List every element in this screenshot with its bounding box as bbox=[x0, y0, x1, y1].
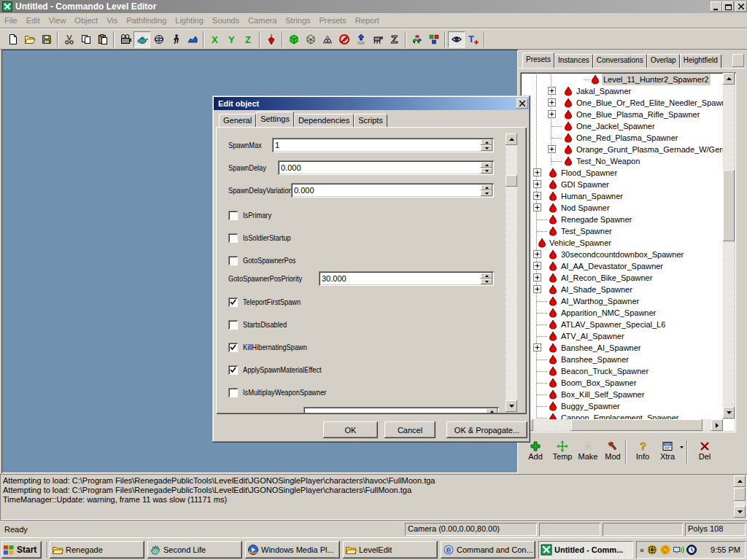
field-teleportfirstspawn-checkbox[interactable] bbox=[228, 298, 238, 307]
field-applyspawnmaterialeffect-checkbox[interactable] bbox=[228, 365, 238, 375]
toolbar-terrain-button[interactable] bbox=[184, 31, 201, 47]
tree-item[interactable]: One_Blue_Or_Red_Elite_Needler_Spawner bbox=[520, 97, 736, 109]
tree-item[interactable]: AI_AA_Devastator_Spawner bbox=[520, 260, 736, 272]
spinner-up-icon[interactable] bbox=[481, 184, 492, 190]
partial-edit[interactable] bbox=[303, 407, 499, 413]
dialog-vthumb[interactable] bbox=[506, 175, 517, 187]
menu-lighting[interactable]: Lighting bbox=[171, 13, 208, 28]
tree-item[interactable]: AI_Shade_Spawner bbox=[520, 284, 736, 295]
xtra-dropdown-icon[interactable] bbox=[680, 446, 684, 448]
field-issoldierstartup-checkbox[interactable] bbox=[228, 233, 238, 243]
field-spinner[interactable] bbox=[481, 162, 492, 174]
start-button[interactable]: Start bbox=[1, 541, 42, 559]
tree-item[interactable]: Boom_Box_Spawner bbox=[520, 377, 736, 389]
field-spawndelay-input[interactable]: 0.000 bbox=[278, 160, 494, 175]
menu-presets[interactable]: Presets bbox=[315, 13, 351, 28]
tree-item[interactable]: AI_Warthog_Spawner bbox=[520, 295, 736, 307]
preset-add-button[interactable]: Add bbox=[522, 439, 549, 465]
spinner-up-icon[interactable] bbox=[481, 162, 492, 168]
tab-heightfield[interactable]: Heightfield bbox=[680, 54, 721, 68]
task-command-and-con-[interactable]: eCommand and Con... bbox=[441, 541, 535, 559]
field-spinner[interactable] bbox=[481, 139, 492, 151]
toolbar-camera-track-button[interactable] bbox=[369, 31, 386, 47]
field-ismultiplayweaponspawner-checkbox[interactable] bbox=[228, 388, 238, 397]
field-spinner[interactable] bbox=[481, 184, 492, 196]
expand-icon[interactable] bbox=[533, 180, 541, 188]
tray-globe-icon[interactable] bbox=[646, 544, 658, 556]
toolbar-solid-view-button[interactable] bbox=[285, 31, 302, 47]
tree-item[interactable]: One_Blue_Plasma_Rifle_Spawner bbox=[520, 109, 736, 120]
dialog-tab-settings[interactable]: Settings bbox=[256, 112, 294, 127]
tree-item[interactable]: Flood_Spawner bbox=[520, 167, 736, 179]
toolbar-walkthrough-button[interactable] bbox=[167, 31, 184, 47]
dialog-cancel-button[interactable]: Cancel bbox=[384, 421, 436, 438]
preset-info-button[interactable]: ?Info bbox=[630, 439, 656, 465]
tree-item[interactable]: ATLAV_Spawner_Special_L6 bbox=[520, 319, 736, 330]
tab-overlap[interactable]: Overlap bbox=[647, 54, 680, 68]
spinner-down-icon[interactable] bbox=[481, 145, 492, 151]
expand-icon[interactable] bbox=[533, 285, 541, 293]
field-spinner[interactable] bbox=[481, 273, 492, 284]
task-untitled-comm-[interactable]: Untitled - Comm... bbox=[538, 541, 633, 559]
dialog-tab-general[interactable]: General bbox=[219, 114, 256, 127]
menu-sounds[interactable]: Sounds bbox=[208, 13, 244, 28]
expand-icon[interactable] bbox=[533, 168, 541, 176]
toolbar-save-button[interactable] bbox=[38, 31, 55, 47]
presets-tree[interactable]: Level_11_Hunter2_Spawner2Jakal_SpawnerOn… bbox=[520, 72, 736, 432]
toolbar-orbit-button[interactable] bbox=[150, 31, 167, 47]
preset-mod-button[interactable]: Mod bbox=[600, 439, 626, 465]
menu-pathfinding[interactable]: Pathfinding bbox=[122, 13, 171, 28]
toolbar-wireframe-view-button[interactable] bbox=[302, 31, 319, 47]
tree-item[interactable]: Banshee_AI_Spawner bbox=[520, 342, 736, 354]
menu-strings[interactable]: Strings bbox=[281, 13, 314, 28]
minimize-button[interactable] bbox=[711, 1, 722, 12]
tray-scheduler-icon[interactable] bbox=[686, 544, 697, 556]
log-scroll-up[interactable] bbox=[734, 475, 746, 487]
tab-instances[interactable]: Instances bbox=[554, 54, 593, 68]
toolbar-open-button[interactable] bbox=[21, 31, 38, 47]
spinner-down-icon[interactable] bbox=[481, 190, 492, 196]
menu-report[interactable]: Report bbox=[351, 13, 384, 28]
expand-icon[interactable] bbox=[533, 192, 541, 200]
field-spawndelayvariation-input[interactable]: 0.000 bbox=[291, 183, 494, 198]
dialog-scroll-up[interactable] bbox=[506, 133, 517, 145]
tree-item[interactable]: Banshee_Spawner bbox=[520, 354, 736, 365]
tree-item[interactable]: Beacon_Truck_Spawner bbox=[520, 365, 736, 377]
tree-hthumb[interactable] bbox=[571, 419, 703, 431]
toolbar-ungroup-objects-button[interactable] bbox=[425, 31, 442, 47]
task-renegade[interactable]: Renegade bbox=[50, 541, 144, 559]
tab-presets[interactable]: Presets bbox=[522, 52, 554, 68]
spinner-down-icon[interactable] bbox=[481, 168, 492, 174]
menu-view[interactable]: View bbox=[44, 13, 71, 28]
tree-item[interactable]: Apparition_NMC_Spawner bbox=[520, 307, 736, 319]
panel-pin-button[interactable] bbox=[732, 54, 744, 67]
expand-icon[interactable] bbox=[548, 145, 556, 153]
spinner-up-icon[interactable] bbox=[486, 408, 498, 413]
menu-object[interactable]: Object bbox=[70, 13, 102, 28]
toolbar-paste-button[interactable] bbox=[94, 31, 111, 47]
tray-power-icon[interactable] bbox=[659, 544, 671, 556]
tree-item[interactable]: Level_11_Hunter2_Spawner2 bbox=[520, 74, 736, 85]
toolbar-axis-x-button[interactable]: X bbox=[206, 31, 223, 47]
dialog-tab-dependencies[interactable]: Dependencies bbox=[294, 114, 354, 127]
task-windows-media-pl-[interactable]: Windows Media Pl... bbox=[245, 541, 340, 559]
expand-icon[interactable] bbox=[548, 87, 556, 95]
spinner-down-icon[interactable] bbox=[481, 279, 492, 284]
field-startsdisabled-checkbox[interactable] bbox=[228, 320, 238, 330]
field-killhibernatingspawn-checkbox[interactable] bbox=[228, 343, 238, 352]
toolbar-group-objects-button[interactable] bbox=[409, 31, 425, 47]
tree-item[interactable]: GDI Spawner bbox=[520, 179, 736, 190]
task-leveledit[interactable]: LevelEdit bbox=[343, 541, 438, 559]
field-isprimary-checkbox[interactable] bbox=[228, 211, 238, 220]
tree-item[interactable]: AI_Recon_Bike_Spawner bbox=[520, 272, 736, 284]
tab-conversations[interactable]: Conversations bbox=[593, 54, 647, 68]
dialog-close-button[interactable] bbox=[516, 98, 528, 109]
tree-item[interactable]: Human_Spawner bbox=[520, 190, 736, 202]
log-scroll-down[interactable] bbox=[734, 506, 746, 518]
preset-xtra-button[interactable]: Xtra bbox=[654, 439, 681, 465]
menu-camera[interactable]: Camera bbox=[244, 13, 281, 28]
toolbar-camera-view-button[interactable] bbox=[117, 31, 133, 47]
menu-edit[interactable]: Edit bbox=[22, 13, 44, 28]
maximize-button[interactable] bbox=[722, 1, 734, 12]
preset-make-button[interactable]: Make bbox=[575, 439, 601, 465]
